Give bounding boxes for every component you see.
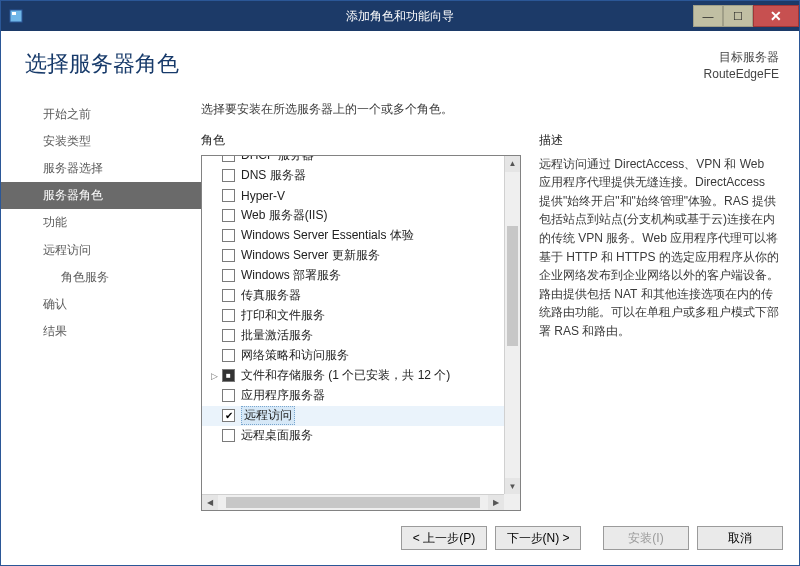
cancel-button[interactable]: 取消 <box>697 526 783 550</box>
nav-step[interactable]: 服务器选择 <box>1 155 201 182</box>
role-checkbox[interactable] <box>222 269 235 282</box>
vertical-scrollbar[interactable]: ▲ ▼ <box>504 156 520 494</box>
page-header: 选择服务器角色 目标服务器 RouteEdgeFE <box>1 31 799 91</box>
nav-step[interactable]: 远程访问 <box>1 237 201 264</box>
role-checkbox[interactable] <box>222 289 235 302</box>
role-checkbox[interactable] <box>222 156 235 163</box>
target-server-name: RouteEdgeFE <box>704 66 779 83</box>
role-item[interactable]: DHCP 服务器 <box>202 156 504 166</box>
next-button[interactable]: 下一步(N) > <box>495 526 581 550</box>
horizontal-scrollbar[interactable]: ◀ ▶ <box>202 494 504 510</box>
role-item[interactable]: ▷文件和存储服务 (1 个已安装，共 12 个) <box>202 366 504 386</box>
nav-step[interactable]: 角色服务 <box>1 264 201 291</box>
role-item[interactable]: 打印和文件服务 <box>202 306 504 326</box>
content-columns: 角色 DHCP 服务器DNS 服务器Hyper-VWeb 服务器(IIS)Win… <box>201 132 785 511</box>
role-label: Hyper-V <box>241 189 285 203</box>
wizard-window: 添加角色和功能向导 — ☐ ✕ 选择服务器角色 目标服务器 RouteEdgeF… <box>0 0 800 566</box>
role-checkbox[interactable] <box>222 429 235 442</box>
role-label: 网络策略和访问服务 <box>241 347 349 364</box>
window-title: 添加角色和功能向导 <box>1 8 799 25</box>
role-checkbox[interactable] <box>222 209 235 222</box>
description-column: 描述 远程访问通过 DirectAccess、VPN 和 Web 应用程序代理提… <box>521 132 785 511</box>
role-item[interactable]: 远程桌面服务 <box>202 426 504 446</box>
role-label: Windows Server Essentials 体验 <box>241 227 414 244</box>
page-title: 选择服务器角色 <box>25 49 179 83</box>
role-checkbox[interactable] <box>222 189 235 202</box>
maximize-button[interactable]: ☐ <box>723 5 753 27</box>
role-label: 打印和文件服务 <box>241 307 325 324</box>
scroll-up-button[interactable]: ▲ <box>505 156 520 172</box>
nav-step[interactable]: 安装类型 <box>1 128 201 155</box>
target-server-info: 目标服务器 RouteEdgeFE <box>704 49 779 83</box>
role-item[interactable]: Hyper-V <box>202 186 504 206</box>
nav-step[interactable]: 服务器角色 <box>1 182 201 209</box>
main-panel: 选择要安装在所选服务器上的一个或多个角色。 角色 DHCP 服务器DNS 服务器… <box>201 91 793 511</box>
role-checkbox[interactable] <box>222 229 235 242</box>
description-heading: 描述 <box>539 132 779 149</box>
role-item[interactable]: 远程访问 <box>202 406 504 426</box>
roles-heading: 角色 <box>201 132 521 149</box>
wizard-footer: < 上一步(P) 下一步(N) > 安装(I) 取消 <box>1 511 799 565</box>
minimize-button[interactable]: — <box>693 5 723 27</box>
role-label: 应用程序服务器 <box>241 387 325 404</box>
app-icon <box>1 1 31 31</box>
role-item[interactable]: Windows 部署服务 <box>202 266 504 286</box>
svg-rect-0 <box>10 10 22 22</box>
role-checkbox[interactable] <box>222 309 235 322</box>
previous-button[interactable]: < 上一步(P) <box>401 526 487 550</box>
description-text: 远程访问通过 DirectAccess、VPN 和 Web 应用程序代理提供无缝… <box>539 155 779 341</box>
role-label: DHCP 服务器 <box>241 156 314 165</box>
vertical-scroll-thumb[interactable] <box>507 226 518 346</box>
expand-icon[interactable]: ▷ <box>208 371 220 381</box>
role-label: DNS 服务器 <box>241 167 306 184</box>
roles-column: 角色 DHCP 服务器DNS 服务器Hyper-VWeb 服务器(IIS)Win… <box>201 132 521 511</box>
role-item[interactable]: Web 服务器(IIS) <box>202 206 504 226</box>
role-label: Windows 部署服务 <box>241 267 341 284</box>
install-button: 安装(I) <box>603 526 689 550</box>
instruction-text: 选择要安装在所选服务器上的一个或多个角色。 <box>201 101 785 118</box>
role-item[interactable]: 应用程序服务器 <box>202 386 504 406</box>
role-item[interactable]: 批量激活服务 <box>202 326 504 346</box>
role-checkbox[interactable] <box>222 409 235 422</box>
roles-listbox[interactable]: DHCP 服务器DNS 服务器Hyper-VWeb 服务器(IIS)Window… <box>201 155 521 511</box>
role-checkbox[interactable] <box>222 249 235 262</box>
nav-step[interactable]: 开始之前 <box>1 101 201 128</box>
scroll-down-button[interactable]: ▼ <box>505 478 520 494</box>
role-checkbox[interactable] <box>222 369 235 382</box>
role-item[interactable]: Windows Server 更新服务 <box>202 246 504 266</box>
role-label: 传真服务器 <box>241 287 301 304</box>
nav-step[interactable]: 确认 <box>1 291 201 318</box>
wizard-body: 开始之前安装类型服务器选择服务器角色功能远程访问角色服务确认结果 选择要安装在所… <box>1 91 799 511</box>
target-server-label: 目标服务器 <box>704 49 779 66</box>
role-label: 批量激活服务 <box>241 327 313 344</box>
scroll-right-button[interactable]: ▶ <box>488 495 504 510</box>
window-controls: — ☐ ✕ <box>693 5 799 27</box>
scroll-corner <box>504 494 520 510</box>
close-button[interactable]: ✕ <box>753 5 799 27</box>
role-label: Web 服务器(IIS) <box>241 207 327 224</box>
role-checkbox[interactable] <box>222 329 235 342</box>
role-label: 远程访问 <box>241 406 295 425</box>
role-label: 远程桌面服务 <box>241 427 313 444</box>
role-label: Windows Server 更新服务 <box>241 247 380 264</box>
title-bar: 添加角色和功能向导 — ☐ ✕ <box>1 1 799 31</box>
scroll-left-button[interactable]: ◀ <box>202 495 218 510</box>
role-item[interactable]: DNS 服务器 <box>202 166 504 186</box>
role-item[interactable]: Windows Server Essentials 体验 <box>202 226 504 246</box>
horizontal-scroll-thumb[interactable] <box>226 497 480 508</box>
role-item[interactable]: 传真服务器 <box>202 286 504 306</box>
nav-step[interactable]: 功能 <box>1 209 201 236</box>
role-label: 文件和存储服务 (1 个已安装，共 12 个) <box>241 367 450 384</box>
svg-rect-1 <box>12 12 16 15</box>
role-checkbox[interactable] <box>222 389 235 402</box>
nav-step[interactable]: 结果 <box>1 318 201 345</box>
role-checkbox[interactable] <box>222 349 235 362</box>
role-checkbox[interactable] <box>222 169 235 182</box>
role-item[interactable]: 网络策略和访问服务 <box>202 346 504 366</box>
nav-sidebar: 开始之前安装类型服务器选择服务器角色功能远程访问角色服务确认结果 <box>1 91 201 511</box>
